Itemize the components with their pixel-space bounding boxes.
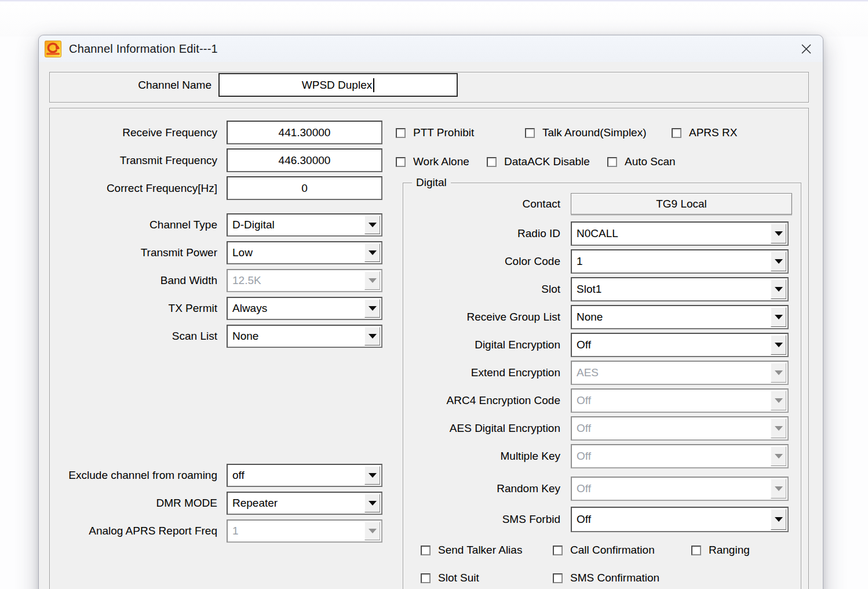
arc4-encryption-value: Off	[572, 394, 591, 407]
channel-name-input[interactable]: WPSD Duplex	[218, 73, 458, 97]
checkbox-box[interactable]	[396, 157, 406, 167]
receive-frequency-input[interactable]: 441.30000	[227, 121, 382, 144]
random-key-select: Off	[571, 477, 789, 501]
slot-select[interactable]: Slot1	[571, 277, 789, 301]
sms-confirmation-checkbox[interactable]: SMS Confirmation	[553, 572, 659, 584]
exclude-roaming-value: off	[228, 469, 245, 482]
arc4-encryption-row: ARC4 Encryption Code Off	[363, 388, 789, 413]
aes-digital-encryption-value: Off	[572, 422, 591, 435]
checkbox-box[interactable]	[672, 128, 681, 138]
chevron-down-icon	[775, 370, 783, 375]
work-alone-checkbox[interactable]: Work Alone	[396, 155, 469, 168]
transmit-power-value: Low	[228, 246, 253, 259]
digital-encryption-select[interactable]: Off	[571, 333, 789, 357]
slot-suit-checkbox[interactable]: Slot Suit	[421, 572, 479, 584]
band-width-row: Band Width 12.5K	[50, 269, 382, 292]
scan-list-label: Scan List	[50, 330, 217, 343]
channel-name-row: Channel Name WPSD Duplex	[50, 73, 458, 97]
slot-suit-label: Slot Suit	[438, 572, 479, 584]
tx-permit-select[interactable]: Always	[227, 297, 382, 320]
slot-value: Slot1	[572, 283, 601, 296]
receive-frequency-label: Receive Frequency	[50, 126, 217, 139]
correct-frequency-input[interactable]: 0	[227, 176, 382, 200]
extend-encryption-value: AES	[572, 366, 599, 379]
sms-forbid-row: SMS Forbid Off	[363, 507, 789, 532]
receive-group-list-select[interactable]: None	[571, 305, 789, 329]
checkbox-box[interactable]	[553, 573, 563, 583]
dropdown-button	[771, 446, 786, 466]
checkbox-box[interactable]	[607, 157, 617, 167]
dropdown-button[interactable]	[771, 224, 786, 243]
chevron-down-icon	[775, 454, 783, 459]
multiple-key-value: Off	[572, 450, 591, 463]
radio-id-select[interactable]: N0CALL	[571, 221, 789, 246]
channel-name-value: WPSD Duplex	[302, 79, 372, 92]
transmit-frequency-input[interactable]: 446.30000	[227, 148, 382, 172]
talk-around-checkbox[interactable]: Talk Around(Simplex)	[525, 126, 647, 139]
ptt-prohibit-checkbox[interactable]: PTT Prohibit	[396, 126, 474, 139]
digital-encryption-row: Digital Encryption Off	[363, 333, 789, 357]
call-confirmation-checkbox[interactable]: Call Confirmation	[553, 544, 655, 557]
checkbox-box[interactable]	[487, 157, 497, 167]
contact-button[interactable]: TG9 Local	[571, 193, 792, 214]
digital-encryption-label: Digital Encryption	[363, 339, 560, 351]
dialog-title: Channel Information Edit---1	[69, 42, 218, 56]
checkbox-box[interactable]	[691, 546, 701, 555]
scan-list-row: Scan List None	[50, 325, 382, 348]
scan-list-select[interactable]: None	[227, 325, 382, 348]
channel-information-edit-dialog: Channel Information Edit---1 Digital Cha…	[38, 35, 823, 589]
color-code-select[interactable]: 1	[571, 249, 789, 274]
sms-forbid-select[interactable]: Off	[571, 507, 789, 532]
dialog-titlebar[interactable]: Channel Information Edit---1	[39, 35, 823, 62]
exclude-roaming-select[interactable]: off	[227, 464, 382, 487]
radio-id-label: Radio ID	[363, 227, 560, 240]
aprs-rx-checkbox[interactable]: APRS RX	[672, 126, 737, 139]
chevron-down-icon	[775, 287, 783, 292]
chevron-down-icon	[775, 343, 783, 347]
random-key-row: Random Key Off	[363, 477, 789, 501]
chevron-down-icon	[775, 486, 783, 491]
aes-digital-encryption-row: AES Digital Encryption Off	[363, 416, 789, 441]
channel-type-value: D-Digital	[228, 219, 275, 231]
exclude-roaming-label: Exclude channel from roaming	[50, 469, 217, 482]
tx-permit-label: TX Permit	[50, 302, 217, 315]
close-button[interactable]	[794, 39, 818, 59]
checkbox-box[interactable]	[525, 128, 535, 138]
ranging-checkbox[interactable]: Ranging	[691, 544, 750, 557]
dropdown-button[interactable]	[771, 252, 786, 271]
transmit-power-select[interactable]: Low	[227, 241, 382, 264]
dropdown-button[interactable]	[771, 279, 786, 299]
dropdown-button[interactable]	[771, 335, 786, 355]
chevron-down-icon	[775, 517, 783, 522]
transmit-power-row: Transmit Power Low	[50, 241, 382, 264]
correct-frequency-row: Correct Frequency[Hz] 0	[50, 176, 382, 200]
slot-row: Slot Slot1	[363, 277, 789, 301]
band-width-label: Band Width	[50, 274, 217, 287]
app-icon	[45, 41, 61, 57]
checkbox-box[interactable]	[421, 573, 431, 583]
send-talker-alias-checkbox[interactable]: Send Talker Alias	[421, 544, 522, 557]
slot-label: Slot	[363, 283, 560, 296]
band-width-value: 12.5K	[228, 274, 261, 287]
dropdown-button[interactable]	[771, 509, 786, 530]
channel-type-select[interactable]: D-Digital	[227, 213, 382, 237]
dataack-disable-checkbox[interactable]: DataACK Disable	[487, 155, 590, 168]
aes-digital-encryption-select: Off	[571, 416, 789, 441]
send-talker-alias-label: Send Talker Alias	[438, 544, 522, 557]
digital-encryption-value: Off	[572, 339, 591, 351]
correct-frequency-value: 0	[301, 182, 308, 195]
chevron-down-icon	[775, 259, 783, 264]
dmr-mode-select[interactable]: Repeater	[227, 492, 382, 515]
random-key-label: Random Key	[363, 482, 560, 495]
checkbox-box[interactable]	[553, 546, 563, 555]
color-code-value: 1	[572, 255, 583, 268]
auto-scan-checkbox[interactable]: Auto Scan	[607, 155, 676, 168]
radio-id-value: N0CALL	[572, 227, 618, 240]
chevron-down-icon	[775, 231, 783, 236]
checkbox-box[interactable]	[421, 546, 431, 555]
analog-aprs-row: Analog APRS Report Freq 1	[50, 519, 382, 543]
arc4-encryption-label: ARC4 Encryption Code	[363, 394, 560, 407]
dropdown-button[interactable]	[771, 307, 786, 327]
multiple-key-label: Multiple Key	[363, 450, 560, 463]
checkbox-box[interactable]	[396, 128, 406, 138]
